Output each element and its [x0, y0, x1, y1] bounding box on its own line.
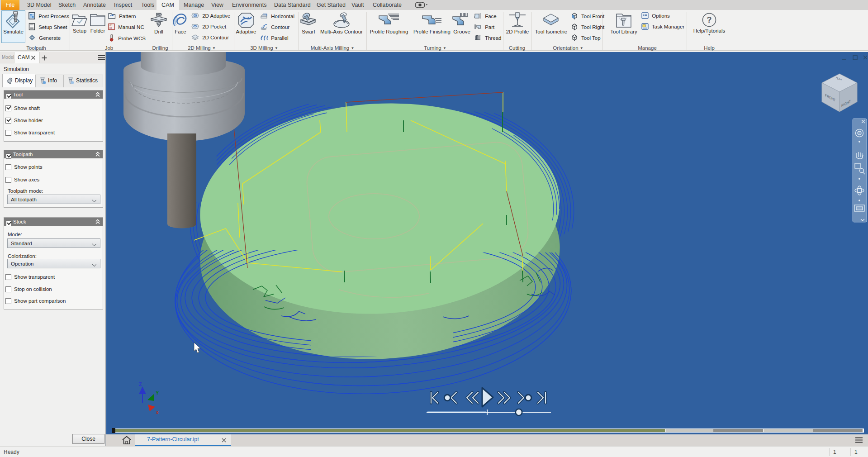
svg-text:Y: Y	[156, 390, 159, 395]
svg-text:Z: Z	[139, 381, 142, 387]
svg-text:x: x	[156, 410, 159, 415]
svg-text:02: 02	[109, 27, 112, 29]
svg-text:?: ?	[707, 15, 712, 24]
